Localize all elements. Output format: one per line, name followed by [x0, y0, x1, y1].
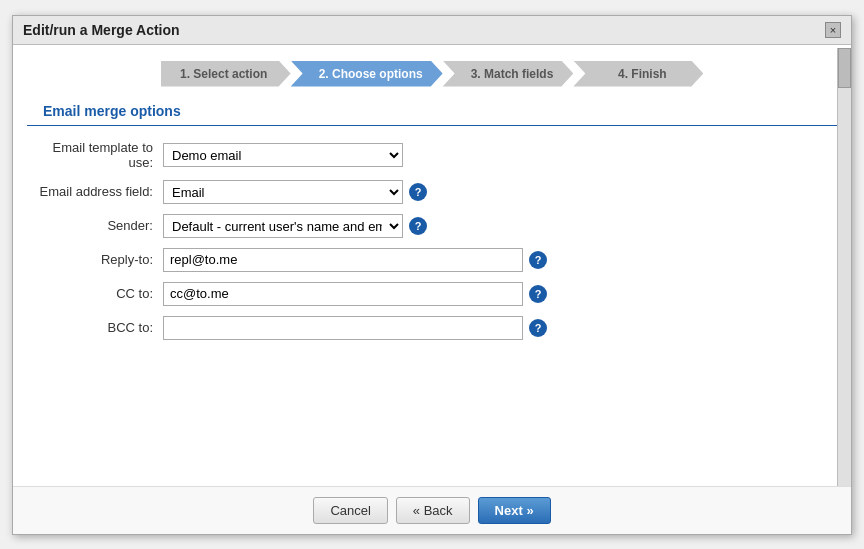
sender-row: Sender: Default - current user's name an… — [33, 214, 831, 238]
step-4-label[interactable]: 4. Finish — [573, 61, 703, 87]
email-address-row: Email address field: Email ? — [33, 180, 831, 204]
reply-to-input[interactable] — [163, 248, 523, 272]
dialog-footer: Cancel « Back Next » — [13, 486, 851, 534]
bcc-label: BCC to: — [33, 320, 163, 335]
email-address-label: Email address field: — [33, 184, 163, 199]
email-template-label: Email template to use: — [33, 140, 163, 170]
bcc-row: BCC to: ? — [33, 316, 831, 340]
email-template-select[interactable]: Demo email — [163, 143, 403, 167]
dialog-titlebar: Edit/run a Merge Action × — [13, 16, 851, 45]
cc-row: CC to: ? — [33, 282, 831, 306]
email-template-control: Demo email — [163, 143, 403, 167]
next-button[interactable]: Next » — [478, 497, 551, 524]
step-3: 3. Match fields — [443, 61, 574, 87]
step-2: 2. Choose options — [291, 61, 443, 87]
step-2-label[interactable]: 2. Choose options — [291, 61, 443, 87]
bcc-control: ? — [163, 316, 547, 340]
scrollbar-thumb[interactable] — [838, 48, 851, 88]
reply-to-row: Reply-to: ? — [33, 248, 831, 272]
reply-to-control: ? — [163, 248, 547, 272]
sender-label: Sender: — [33, 218, 163, 233]
sender-select[interactable]: Default - current user's name and email — [163, 214, 403, 238]
reply-to-help-icon[interactable]: ? — [529, 251, 547, 269]
cc-control: ? — [163, 282, 547, 306]
bcc-help-icon[interactable]: ? — [529, 319, 547, 337]
back-button[interactable]: « Back — [396, 497, 470, 524]
step-4: 4. Finish — [573, 61, 703, 87]
steps-bar: 1. Select action 2. Choose options 3. Ma… — [13, 45, 851, 99]
step-1-label[interactable]: 1. Select action — [161, 61, 291, 87]
reply-to-label: Reply-to: — [33, 252, 163, 267]
dialog: Edit/run a Merge Action × 1. Select acti… — [12, 15, 852, 535]
email-address-select[interactable]: Email — [163, 180, 403, 204]
cancel-button[interactable]: Cancel — [313, 497, 387, 524]
email-address-control: Email ? — [163, 180, 427, 204]
sender-help-icon[interactable]: ? — [409, 217, 427, 235]
form-area: Email template to use: Demo email Email … — [13, 140, 851, 340]
sender-control: Default - current user's name and email … — [163, 214, 427, 238]
step-1: 1. Select action — [161, 61, 291, 87]
scrollbar[interactable] — [837, 48, 851, 494]
close-button[interactable]: × — [825, 22, 841, 38]
email-address-help-icon[interactable]: ? — [409, 183, 427, 201]
dialog-title: Edit/run a Merge Action — [23, 22, 180, 38]
section-header: Email merge options — [27, 99, 837, 126]
step-3-label[interactable]: 3. Match fields — [443, 61, 574, 87]
bcc-input[interactable] — [163, 316, 523, 340]
cc-help-icon[interactable]: ? — [529, 285, 547, 303]
cc-label: CC to: — [33, 286, 163, 301]
cc-input[interactable] — [163, 282, 523, 306]
email-template-row: Email template to use: Demo email — [33, 140, 831, 170]
